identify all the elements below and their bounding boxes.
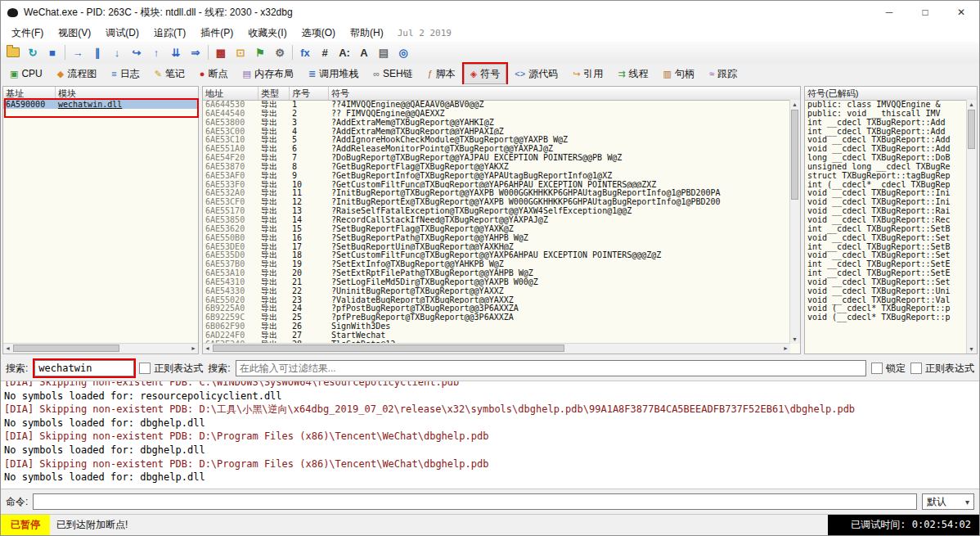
font-size-icon[interactable]: A: (335, 44, 353, 61)
decoded-symbol-row[interactable]: void __cdecl TXBugReport::Set (805, 233, 967, 242)
menu-item[interactable]: 追踪(T) (146, 25, 193, 42)
modules-horizontal-scrollbar[interactable]: ◄ ► (3, 343, 198, 354)
tab-symbols[interactable]: ◈符号 (464, 64, 506, 84)
command-profile-dropdown[interactable]: 默认 ▾ (922, 493, 974, 510)
patches-icon[interactable]: ▩ (212, 44, 230, 61)
decoded-symbol-row[interactable]: void __cdecl TXBugReport::Set (805, 277, 967, 286)
menu-item[interactable]: 帮助(H) (343, 25, 391, 42)
symbol-row[interactable]: 6AE533F0导出10?GetCustomFiltFunc@TXBugRepo… (203, 180, 790, 189)
decoded-symbol-row[interactable]: struct TXBugReport::tagBugRep (805, 171, 967, 180)
step-over-icon[interactable]: ↪ (128, 44, 146, 61)
symbol-row[interactable]: 6AE53C10导出5?AddIgnoreHookCheckModule@TXB… (203, 135, 790, 144)
scroll-thumb[interactable] (213, 345, 564, 352)
symbol-row[interactable]: 6AE535D0导出18?SetCustomFiltFunc@TXBugRepo… (203, 250, 790, 259)
stop-icon[interactable]: ■ (43, 44, 61, 61)
tab-trace[interactable]: ≈跟踪 (703, 64, 744, 84)
symbol-row[interactable]: 6AE53C00导出4?AddExtraMem@TXBugReport@@YAH… (203, 127, 790, 136)
pause-icon[interactable]: ∥ (88, 44, 106, 61)
menu-item[interactable]: 选项(O) (294, 25, 343, 42)
decoded-symbol-row[interactable]: int __cdecl TXBugReport::SetB (805, 242, 967, 251)
lock-checkbox[interactable] (871, 363, 883, 374)
tab-threads[interactable]: ⇉线程 (611, 64, 654, 84)
symbol-row[interactable]: 6B062F90导出26SignWith3Des (203, 322, 790, 331)
decoded-symbol-row[interactable]: void __cdecl TXBugReport::Ini (805, 197, 967, 206)
decoded-symbol-row[interactable]: void __cdecl TXBugReport::Uni (805, 286, 967, 295)
symbol-row[interactable]: 6AE54330导出22?UninitBugReport@TXBugReport… (203, 286, 790, 295)
symbol-row[interactable]: 6AE54F20导出7?DoBugReport@TXBugReport@@YAJ… (203, 153, 790, 162)
decoded-symbol-row[interactable]: void __cdecl TXBugReport::Rai (805, 206, 967, 215)
bookmark-icon[interactable]: ⚑ (251, 44, 269, 61)
symbol-row[interactable]: 6AE44540导出2??_FIMVQQEngine@@QAEXXZ (203, 109, 790, 118)
menu-item[interactable]: 插件(P) (193, 25, 241, 42)
scroll-thumb[interactable] (791, 110, 798, 200)
scroll-down-arrow[interactable]: ▼ (967, 345, 976, 354)
decoded-symbol-row[interactable]: long __cdecl TXBugReport::DoB (805, 153, 967, 162)
tab-breakpoints[interactable]: ●断点 (193, 64, 235, 84)
symbol-row[interactable]: 6AE53870导出8?GetBugReportFlag@TXBugReport… (203, 162, 790, 171)
decoded-symbol-row[interactable]: int __cdecl TXBugReport::SetB (805, 224, 967, 233)
decoded-symbol-row[interactable]: void (__cdecl* TXBugReport::p (805, 304, 967, 313)
menu-item[interactable]: 调试(D) (98, 25, 146, 42)
tab-seh-chain[interactable]: ∞SEH链 (366, 64, 420, 84)
calculator-icon[interactable]: fx (296, 44, 314, 61)
tab-handles[interactable]: ▥句柄 (657, 64, 701, 84)
tab-memory-map[interactable]: ▤内存布局 (236, 64, 300, 84)
tab-script[interactable]: ƒ脚本 (421, 64, 462, 84)
tab-source[interactable]: <>源代码 (508, 64, 564, 84)
tab-cpu[interactable]: ▣CPU (3, 65, 49, 83)
symbol-row[interactable]: 6B9225A0导出24?pfPostBugReport@TXBugReport… (203, 304, 790, 313)
module-row[interactable]: 6A590000wechatwin.dll (3, 100, 198, 109)
tab-graph[interactable]: ◆流程图 (51, 64, 103, 84)
decoded-symbol-row[interactable]: int __cdecl TXBugReport::Add (805, 118, 967, 127)
scroll-right-arrow[interactable]: ► (781, 344, 790, 353)
module-regex-checkbox[interactable] (139, 363, 151, 374)
step-into-icon[interactable]: ↓ (108, 44, 126, 61)
decoded-symbol-row[interactable]: void __cdecl TXBugReport::Rec (805, 215, 967, 224)
tab-call-stack[interactable]: ≣调用堆栈 (302, 64, 365, 84)
scroll-up-arrow[interactable]: ▲ (790, 100, 799, 109)
hash-icon[interactable]: # (316, 44, 334, 61)
symbol-row[interactable]: 6AE53DE0导出17?SetBugReportUin@TXBugReport… (203, 242, 790, 251)
tab-log[interactable]: ≡日志 (105, 64, 146, 84)
symbol-row[interactable]: 6B92259C导出25?pfPreBugReport@TXBugReport@… (203, 313, 790, 322)
menu-item[interactable]: 视图(V) (51, 25, 98, 42)
restart-icon[interactable]: ↻ (24, 44, 42, 61)
run-to-user-code-icon[interactable]: ⇊ (167, 44, 185, 61)
scroll-left-arrow[interactable]: ◄ (203, 344, 212, 353)
decoded-symbol-row[interactable]: int __cdecl TXBugReport::SetE (805, 268, 967, 277)
symbol-row[interactable]: 6AE53AF0导出9?GetBugReportInfo@TXBugReport… (203, 171, 790, 180)
symbol-row[interactable]: 6AE55170导出13?RaiseSelfFatalException@TXB… (203, 206, 790, 215)
symbol-row[interactable]: 6AE55020导出23?ValidateBugReport@TXBugRepo… (203, 295, 790, 304)
command-input[interactable] (33, 493, 917, 510)
symbol-filter-input[interactable] (236, 360, 866, 376)
symbol-regex-checkbox[interactable] (910, 363, 922, 374)
menu-item[interactable]: 收藏夹(I) (241, 25, 294, 42)
symbol-row[interactable]: 6AE551A0导出6?AddReleaseMonitorPoint@TXBug… (203, 144, 790, 153)
symbol-row[interactable]: 6AE53CF0导出12?InitBugReportEx@TXBugReport… (203, 197, 790, 206)
open-file-icon[interactable] (4, 44, 22, 61)
decoded-symbol-row[interactable]: unsigned long __cdecl TXBugRe (805, 162, 967, 171)
decoded-symbol-row[interactable]: void (__cdecl* TXBugReport::p (805, 313, 967, 322)
font-icon[interactable]: A (355, 44, 373, 61)
run-icon[interactable]: → (69, 44, 87, 61)
decoded-symbol-row[interactable]: int __cdecl TXBugReport::Add (805, 127, 967, 136)
symbol-row[interactable]: 6A644530导出1??4IMVQQEngine@@QAEAAV0@ABV0@… (203, 100, 790, 109)
skip-icon[interactable]: ⇒ (187, 44, 205, 61)
minimize-button[interactable]: ─ (871, 1, 907, 24)
maximize-button[interactable]: □ (907, 1, 943, 24)
scroll-thumb[interactable] (13, 345, 119, 352)
symbol-row[interactable]: 6AE53850导出14?RecordCallStackIfNeed@TXBug… (203, 215, 790, 224)
scroll-thumb[interactable] (968, 110, 975, 149)
tab-references[interactable]: ↪引用 (566, 64, 609, 84)
symbol-row[interactable]: 6AE550B0导出16?SetBugReportPath@TXBugRepor… (203, 233, 790, 242)
decoded-symbol-row[interactable]: int (__cdecl*__cdecl TXBugRep (805, 180, 967, 189)
scroll-up-arrow[interactable]: ▲ (967, 100, 976, 109)
decoded-symbol-row[interactable]: int __cdecl TXBugReport::SetE (805, 259, 967, 268)
tab-notes[interactable]: ✎笔记 (148, 64, 191, 84)
settings-icon[interactable]: ⚙ (271, 44, 289, 61)
symbol-row[interactable]: 6AE53A10导出20?SetExtRptFilePath@TXBugRepo… (203, 268, 790, 277)
symbols-vertical-scrollbar[interactable]: ▲ ▼ (789, 100, 800, 344)
decoded-symbol-row[interactable]: void __cdecl TXBugReport::Add (805, 135, 967, 144)
module-filter-input[interactable] (34, 360, 134, 376)
decoded-vertical-scrollbar[interactable]: ▲ ▼ (966, 100, 977, 354)
